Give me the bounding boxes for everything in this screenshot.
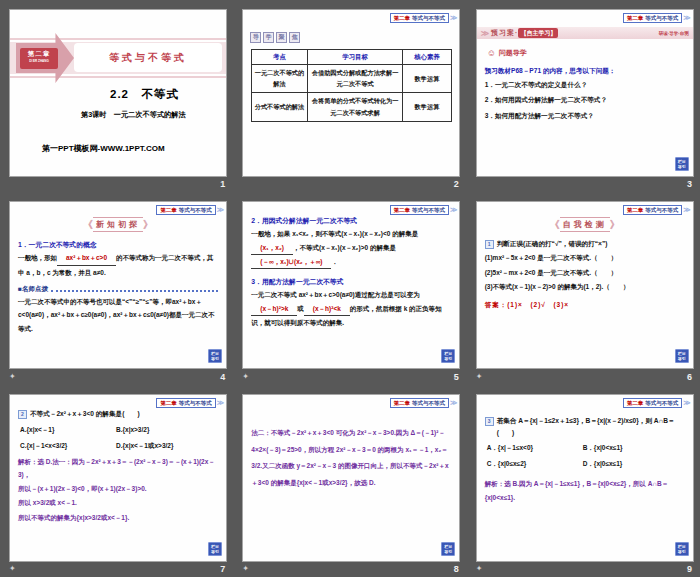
slide-thumbnail-5[interactable]: 第二章等式与不等式 ≫ 2．用因式分解法解一元二次不等式 一般地，如果 x₁<x… xyxy=(233,192,466,384)
method-paragraph: 一般地，如果 x₁<x₂，则不等式(x－x₁)(x－x₂)<0 的解集是(x₁，… xyxy=(251,227,451,269)
slide-thumbnail-1[interactable]: 第二章 DI ER ZHANG 等式与不等式 2.2 不等式 第3课时 一元二次… xyxy=(0,0,233,192)
slide-4-canvas: 第二章等式与不等式 ≫ 《 新知初探 》 1．一元二次不等式的概念 一般地，形如… xyxy=(9,201,227,369)
chapter-header: 第二章等式与不等式 ≫ xyxy=(390,398,458,408)
header-title-label: 等式与不等式 xyxy=(412,400,445,406)
solution-line: 所以－(x＋1)(2x－3)<0，即(x＋1)(2x－3)>0. xyxy=(18,482,218,495)
slide-7-canvas: 第二章等式与不等式 ≫ 2 不等式－2x²＋x＋3<0 的解集是( ) A.{x… xyxy=(9,394,227,562)
judge-item: (2)5x²－mx＋2<0 是一元二次不等式.（ ） xyxy=(485,266,685,279)
question-row: 3 若集合 A＝{x|－1≤2x＋1≤3}，B＝{x|(x－2)/x≤0}，则 … xyxy=(485,415,685,439)
slide-thumbnail-6[interactable]: 第二章等式与不等式 ≫ 《 自我检测 》 1 判断正误(正确的打“√”，错误的打… xyxy=(467,192,700,384)
fill-in-blank: (x₁，x₂) xyxy=(251,241,293,255)
objectives-table: 考点 学习目标 核心素养 一元二次不等式的解法 会借助因式分解或配方法求解一元二… xyxy=(251,49,452,122)
question-item: 2．如何用因式分解法解一元二次不等式？ xyxy=(485,92,685,107)
self-study-pill: 【自主学习】 xyxy=(518,28,558,38)
chapter-label: 第二章 xyxy=(20,48,58,59)
chapter-header: 第二章等式与不等式 ≫ xyxy=(390,205,458,215)
table-row: 一元二次不等式的解法 会借助因式分解或配方法求解一元二次不等式 数学运算 xyxy=(251,64,451,93)
question-number-icon: 1 xyxy=(485,240,494,249)
option-c: C.{x|－1<x<3/2} xyxy=(20,442,116,451)
col-header: 学习目标 xyxy=(308,50,403,65)
nav-badge: 栏目 导引 xyxy=(675,157,689,171)
chapter-header: 第二章等式与不等式 ≫ xyxy=(390,13,458,23)
method-heading: 2．用因式分解法解一元二次不等式 xyxy=(251,216,451,226)
teacher-tip-label: ■名师点拨 xyxy=(18,285,48,294)
concept-paragraph: 一般地，形如ax²＋bx＋c>0的不等式称为一元二次不等式，其中 a，b，c 为… xyxy=(18,251,218,279)
preview-instruction: 预习教材P68－P71 的内容，思考以下问题： xyxy=(485,65,685,77)
header-title-label: 等式与不等式 xyxy=(179,400,212,406)
solution-paragraph: 法二：不等式－2x²＋x＋3<0 可化为 2x²－x－3>0.因为 Δ＝(－1)… xyxy=(251,425,451,493)
header-title-label: 等式与不等式 xyxy=(645,400,678,406)
header-title-label: 等式与不等式 xyxy=(645,15,678,21)
slide-thumbnail-9[interactable]: 第二章等式与不等式 ≫ 3 若集合 A＝{x|－1≤2x＋1≤3}，B＝{x|(… xyxy=(467,385,700,577)
section-title-row: ☺ 问题导学 xyxy=(487,48,693,58)
lesson-subtitle: 第3课时 一元二次不等式的解法 xyxy=(81,110,186,120)
badge-wing-right-icon: 》 xyxy=(610,220,620,230)
preview-banner-label: 预习案· xyxy=(491,28,518,38)
question-text: 不等式－2x²＋x＋3<0 的解集是( ) xyxy=(30,408,140,420)
slide-1-canvas: 第二章 DI ER ZHANG 等式与不等式 2.2 不等式 第3课时 一元二次… xyxy=(9,9,227,177)
option-a: A．{x|－1≤x<0} xyxy=(487,444,583,453)
slide-thumbnail-8[interactable]: 第二章等式与不等式 ≫ 法二：不等式－2x²＋x＋3<0 可化为 2x²－x－3… xyxy=(233,385,466,577)
table-row: 分式不等式的解法 会将简单的分式不等式转化为一元二次不等式求解 数学运算 xyxy=(251,93,451,122)
transition-star-icon: ✦ xyxy=(476,565,483,573)
nav-badge: 栏目 导引 xyxy=(675,542,689,556)
header-chapter-label: 第二章 xyxy=(394,207,411,213)
nav-badge: 栏目 导引 xyxy=(208,542,222,556)
nav-badge: 栏目 导引 xyxy=(208,349,222,363)
header-chapter-label: 第二章 xyxy=(627,207,644,213)
fill-in-blank: (x－h)²<k xyxy=(304,302,350,316)
header-chapter-label: 第二章 xyxy=(394,400,411,406)
answer-line: 答案：(1)× (2)√ (3)× xyxy=(485,301,685,310)
transition-star-icon: ✦ xyxy=(242,565,249,573)
slide-thumbnail-2[interactable]: 第二章等式与不等式 ≫ 导 学 聚 焦 考点 学习目标 核心素养 一元二次不等式… xyxy=(233,0,466,192)
col-header: 考点 xyxy=(251,50,307,65)
header-chapter-label: 第二章 xyxy=(627,400,644,406)
header-title-label: 等式与不等式 xyxy=(412,207,445,213)
teacher-tip-row: ■名师点拨 xyxy=(18,285,218,294)
chevron-right-icon: ≫ xyxy=(481,29,489,38)
header-chapter-label: 第二章 xyxy=(627,15,644,21)
section-title: 问题导学 xyxy=(499,48,527,58)
slide-thumbnail-4[interactable]: 第二章等式与不等式 ≫ 《 新知初探 》 1．一元二次不等式的概念 一般地，形如… xyxy=(0,192,233,384)
chapter-header: 第二章等式与不等式 ≫ xyxy=(156,398,224,408)
nav-badge: 栏目 导引 xyxy=(675,349,689,363)
slide-number: 4 xyxy=(220,372,225,382)
option-d: D.{x|x<－1或x>3/2} xyxy=(116,442,218,451)
fill-in-blank: (x－h)²>k xyxy=(251,302,297,316)
chapter-header: 第二章等式与不等式 ≫ xyxy=(623,13,691,23)
badge-char: 聚 xyxy=(276,32,287,43)
option-a: A.{x|x<－1} xyxy=(20,426,116,435)
badge-text: 自我检测 xyxy=(560,217,610,232)
table-cell: 会将简单的分式不等式转化为一元二次不等式求解 xyxy=(308,93,403,122)
answer-options: A．{x|－1≤x<0} B．{x|0<x≤1} C．{x|0≤x≤2} D．{… xyxy=(487,444,685,469)
header-title-label: 等式与不等式 xyxy=(412,15,445,21)
table-header-row: 考点 学习目标 核心素养 xyxy=(251,50,451,65)
chevron-right-icon: ≫ xyxy=(450,14,457,22)
nav-badge: 栏目 导引 xyxy=(441,349,455,363)
slide-number: 2 xyxy=(454,179,459,189)
smiley-icon: ☺ xyxy=(487,49,496,58)
dotted-divider xyxy=(51,290,218,292)
question-number-icon: 2 xyxy=(18,410,27,419)
slide-thumbnail-3[interactable]: 第二章等式与不等式 ≫ ≫ 预习案· 【自主学习】 研读·导学·自测 ☺ 问题导… xyxy=(467,0,700,192)
slide-thumbnail-7[interactable]: 第二章等式与不等式 ≫ 2 不等式－2x²＋x＋3<0 的解集是( ) A.{x… xyxy=(0,385,233,577)
lesson-title: 2.2 不等式 xyxy=(110,87,179,102)
badge-wing-right-icon: 》 xyxy=(143,220,153,230)
question-item: 3．如何用配方法解一元二次不等式？ xyxy=(485,108,685,123)
transition-star-icon: ✦ xyxy=(242,373,249,381)
method-heading: 3．用配方法解一元二次不等式 xyxy=(251,277,451,287)
chevron-right-icon: ≫ xyxy=(450,399,457,407)
option-b: B．{x|0<x≤1} xyxy=(583,444,685,453)
question-item: 1．一元二次不等式的定义是什么？ xyxy=(485,77,685,92)
option-b: B.{x|x>3/2} xyxy=(116,426,218,435)
slide-9-canvas: 第二章等式与不等式 ≫ 3 若集合 A＝{x|－1≤2x＋1≤3}，B＝{x|(… xyxy=(476,394,694,562)
question-row: 2 不等式－2x²＋x＋3<0 的解集是( ) xyxy=(18,408,218,420)
fill-in-blank: (－∞，x₁)∪(x₂，＋∞) xyxy=(251,255,331,269)
section-badge-new-knowledge: 《 新知初探 》 xyxy=(10,217,226,232)
option-d: D．{x|0≤x≤1} xyxy=(583,460,685,469)
option-c: C．{x|0≤x≤2} xyxy=(487,460,583,469)
transition-star-icon: ✦ xyxy=(9,373,16,381)
slide-number: 5 xyxy=(454,372,459,382)
badge-char: 导 xyxy=(250,32,261,43)
chevron-right-icon: ≫ xyxy=(217,206,224,214)
